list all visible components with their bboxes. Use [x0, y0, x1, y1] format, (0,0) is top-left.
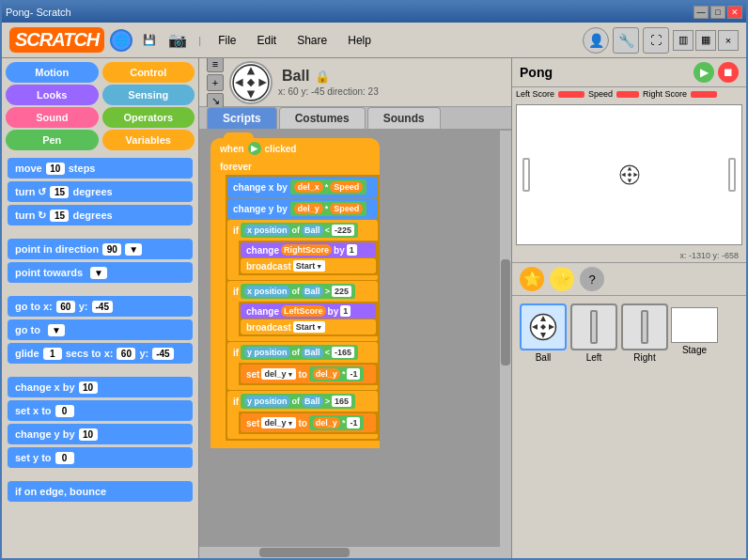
block-set-y[interactable]: set y to 0 — [8, 447, 193, 468]
left-score-bar — [558, 91, 584, 98]
category-row-3: Sound Operators — [6, 107, 195, 128]
category-operators[interactable]: Operators — [102, 107, 195, 128]
category-looks[interactable]: Looks — [6, 85, 99, 105]
stage-thumb — [671, 307, 718, 343]
scripts-scrollbar-thumb[interactable] — [501, 259, 510, 366]
left-paddle — [522, 158, 530, 192]
block-point-towards[interactable]: point towards ▼ — [8, 262, 193, 283]
sprite-thumb-left — [570, 303, 617, 350]
block-move[interactable]: move 10 steps — [8, 158, 193, 179]
block-goto-xy[interactable]: go to x: 60 y: -45 — [8, 296, 193, 317]
category-sound[interactable]: Sound — [6, 107, 99, 128]
category-pen[interactable]: Pen — [6, 130, 99, 150]
title-bar: Pong- Scratch — □ ✕ — [2, 2, 746, 23]
fullscreen-icon[interactable]: ⛶ — [643, 27, 669, 54]
menu-help[interactable]: Help — [340, 32, 379, 49]
maximize-button[interactable]: □ — [710, 6, 725, 19]
script-group-main: when ▶ clicked forever — [210, 138, 380, 448]
tab-scripts[interactable]: Scripts — [207, 107, 277, 129]
globe-icon[interactable]: 🌐 — [110, 29, 132, 52]
sprite-item-right[interactable]: Right — [621, 303, 668, 363]
category-sensing[interactable]: Sensing — [102, 85, 195, 105]
green-flag-button[interactable]: ▶ — [693, 62, 714, 83]
block-change-x[interactable]: change x by 10 — [8, 377, 193, 397]
block-set-dely-1[interactable]: set del_y▼ to del_y * -1 — [241, 365, 376, 383]
stop-button[interactable]: ⏹ — [718, 62, 739, 83]
menu-file[interactable]: File — [210, 32, 243, 49]
layout-btn-3[interactable]: × — [718, 30, 739, 51]
stage-view — [516, 104, 742, 245]
tab-bar: Scripts Costumes Sounds — [199, 107, 511, 131]
camera-icon[interactable]: 📷 — [166, 29, 189, 52]
titlebar-controls: — □ ✕ — [693, 6, 742, 19]
block-turn-left[interactable]: turn ↺ 15 degrees — [8, 181, 193, 202]
sprite-label-ball: Ball — [536, 352, 552, 363]
minimize-button[interactable]: — — [693, 6, 709, 19]
if-block-3[interactable]: if y position of Ball < -165 — [227, 342, 378, 390]
layout-btn-1[interactable]: ▥ — [673, 30, 693, 51]
block-bounce[interactable]: if on edge, bounce — [8, 481, 193, 502]
settings-icon[interactable]: 🔧 — [613, 27, 639, 54]
sprite-ctrl-2[interactable]: + — [207, 74, 224, 91]
block-change-rightscore[interactable]: change RightScore by 1 — [241, 242, 376, 257]
stage-coords: x: -1310 y: -658 — [512, 249, 746, 262]
scratch-logo: SCRATCH — [9, 27, 104, 53]
category-control[interactable]: Control — [102, 62, 195, 83]
scripts-area[interactable]: when ▶ clicked forever — [199, 131, 511, 558]
block-set-x[interactable]: set x to 0 — [8, 400, 193, 421]
category-motion[interactable]: Motion — [6, 62, 99, 83]
menu-share[interactable]: Share — [289, 32, 335, 49]
star-icon-1[interactable]: ⭐ — [520, 267, 544, 291]
green-flag-hat-icon: ▶ — [248, 142, 261, 155]
block-broadcast-start-1[interactable]: broadcast Start▼ — [241, 258, 376, 273]
block-turn-right[interactable]: turn ↻ 15 degrees — [8, 205, 193, 226]
sprite-ctrl-1[interactable]: ≡ — [207, 58, 224, 72]
block-set-dely-2[interactable]: set del_y▼ to del_y * -1 — [241, 413, 376, 432]
tab-costumes[interactable]: Costumes — [279, 107, 366, 129]
block-change-y-by[interactable]: change y by del_y * Speed — [227, 198, 378, 219]
user-icon[interactable]: 👤 — [583, 27, 609, 54]
block-broadcast-start-2[interactable]: broadcast Start▼ — [241, 319, 376, 334]
center-panel: ≡ + ↘ — [199, 58, 511, 558]
block-change-y[interactable]: change y by 10 — [8, 424, 193, 444]
sprite-thumb-ball — [520, 303, 567, 350]
question-icon[interactable]: ? — [580, 267, 604, 291]
block-point-direction[interactable]: point in direction 90 ▼ — [8, 239, 193, 259]
save-icon[interactable]: 💾 — [138, 29, 161, 52]
sprite-info-bar: ≡ + ↘ — [199, 58, 511, 107]
sprite-item-ball[interactable]: Ball — [520, 303, 567, 363]
block-glide[interactable]: glide 1 secs to x: 60 y: -45 — [8, 343, 193, 364]
star-icon-2[interactable]: ⭐ — [550, 267, 574, 291]
scripts-scrollbar[interactable] — [500, 131, 511, 558]
right-panel: Pong ▶ ⏹ Left Score Speed Right Score — [511, 58, 746, 558]
forever-block[interactable]: forever change x by del_x * S — [210, 159, 380, 448]
menu-edit[interactable]: Edit — [250, 32, 285, 49]
left-score-label: Left Score — [516, 89, 554, 99]
stage-header: Pong ▶ ⏹ — [512, 58, 746, 87]
block-change-x-by[interactable]: change x by del_x * Speed — [227, 177, 378, 197]
toolbar-area: SCRATCH 🌐 💾 📷 | File Edit Share Help 👤 🔧… — [2, 23, 746, 58]
tab-sounds[interactable]: Sounds — [367, 107, 441, 129]
content-area: Motion Control Looks Sensing Sound Opera… — [2, 58, 746, 558]
if-block-1[interactable]: if x position of Ball < -225 — [227, 220, 378, 280]
scripts-scrollbar-h-thumb[interactable] — [259, 548, 350, 557]
block-goto[interactable]: go to ▼ — [8, 319, 193, 340]
sprite-item-left[interactable]: Left — [570, 303, 617, 363]
hat-block-when-clicked[interactable]: when ▶ clicked — [210, 138, 380, 159]
layout-controls: ▥ ▦ × — [673, 30, 739, 51]
if-block-2[interactable]: if x position of Ball > 225 — [227, 281, 378, 341]
scripts-scrollbar-h[interactable] — [199, 547, 500, 558]
block-change-leftscore[interactable]: change LeftScore by 1 — [241, 303, 376, 319]
layout-btn-2[interactable]: ▦ — [695, 30, 716, 51]
left-paddle-thumb — [590, 310, 598, 344]
right-score-label: Right Score — [643, 89, 687, 99]
close-button[interactable]: ✕ — [727, 6, 742, 19]
soccer-ball-icon — [231, 63, 271, 102]
if-block-4[interactable]: if y position of Ball > 165 — [227, 391, 378, 439]
category-variables[interactable]: Variables — [102, 130, 195, 150]
sprite-label-stage: Stage — [682, 345, 707, 355]
sprite-item-stage[interactable]: Stage — [672, 307, 717, 355]
speed-label: Speed — [588, 89, 613, 99]
sprite-coords: x: 60 y: -45 direction: 23 — [278, 86, 379, 97]
sprite-thumb-right — [621, 303, 668, 350]
